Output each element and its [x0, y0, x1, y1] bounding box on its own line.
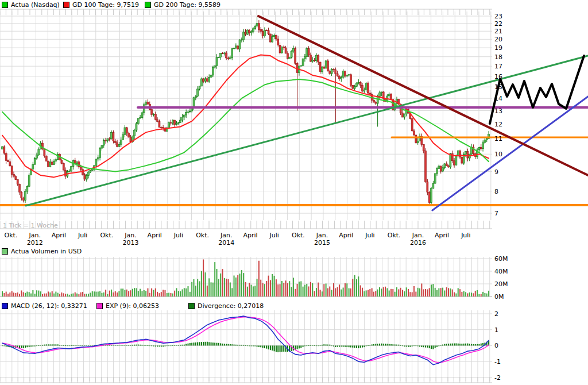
- price-axis-label: 15: [494, 83, 502, 91]
- price-axis-label: 18: [494, 53, 502, 61]
- time-axis-label: Juli: [461, 232, 470, 239]
- volume-axis-label: 60M: [494, 255, 508, 263]
- price-axis-label: 17: [494, 63, 502, 70]
- price-axis-label: 11: [494, 135, 502, 143]
- uptrend-line: [26, 56, 588, 206]
- macd-axis-label: 0: [494, 342, 498, 349]
- tick-note: 1 Tick = 1 Woche: [3, 222, 58, 229]
- time-axis-label: Jan.: [124, 232, 136, 239]
- time-axis-label: Okt.: [196, 232, 209, 239]
- time-axis-label: Juli: [78, 232, 87, 239]
- macd-signal-line: [2, 317, 489, 363]
- time-axis-year-label: 2012: [27, 239, 43, 247]
- price-axis-label: 13: [494, 107, 502, 115]
- macd-axis-label: 2: [494, 310, 498, 318]
- time-axis-year-label: 2016: [410, 239, 426, 247]
- volume-bars: [2, 259, 489, 297]
- time-axis-label: April: [435, 232, 449, 239]
- macd-axis-label: -1: [494, 358, 501, 365]
- chart-application: Actua (Nasdaq)GD 100 Tage: 9,7519GD 200 …: [0, 0, 588, 385]
- time-axis-label: Jan.: [412, 232, 424, 239]
- time-axis-label: Okt.: [100, 232, 113, 239]
- volume-axis-label: 20M: [494, 280, 508, 288]
- time-axis-label: Juli: [173, 232, 183, 239]
- stock-chart-canvas[interactable]: 232221201918171615141312111098760M40M20M…: [0, 0, 588, 385]
- time-axis-label: Juli: [365, 232, 374, 239]
- price-axis-label: 10: [494, 151, 502, 158]
- price-axis-label: 23: [494, 13, 502, 20]
- price-axis-label: 20: [494, 36, 502, 43]
- price-axis-label: 8: [494, 188, 498, 195]
- time-axis-label: Juli: [269, 232, 279, 239]
- price-axis-label: 16: [494, 73, 502, 80]
- price-axis-label: 21: [494, 28, 502, 35]
- time-axis-label: April: [148, 232, 162, 239]
- macd-axis-label: -2: [494, 374, 501, 382]
- price-axis-label: 19: [494, 44, 502, 52]
- time-axis-label: April: [52, 232, 66, 239]
- time-axis-label: Okt.: [388, 232, 401, 239]
- time-axis-label: Jan.: [316, 232, 328, 239]
- uptrend-line-2: [432, 97, 588, 210]
- time-axis-year-label: 2015: [314, 239, 330, 247]
- time-axis-year-label: 2013: [123, 239, 139, 247]
- macd-line: [2, 316, 489, 365]
- price-axis-label: 7: [494, 210, 498, 217]
- macd-axis-label: 1: [494, 326, 498, 334]
- time-axis-label: Jan.: [220, 232, 232, 239]
- time-axis-label: Okt.: [292, 232, 305, 239]
- time-axis-label: Okt.: [5, 232, 18, 239]
- time-axis-label: April: [339, 232, 353, 239]
- candlesticks: [2, 17, 490, 206]
- macd-lines: [2, 316, 489, 365]
- price-axis-label: 9: [494, 168, 498, 176]
- time-axis-label: Jan.: [28, 232, 40, 239]
- projection-zigzag: [490, 56, 584, 124]
- macd-histogram: [2, 341, 489, 352]
- grid-lines: [0, 11, 492, 381]
- price-axis-label: 22: [494, 20, 502, 28]
- time-axis-year-label: 2014: [218, 239, 234, 247]
- volume-axis-label: 40M: [494, 268, 508, 275]
- time-axis-label: April: [243, 232, 257, 239]
- price-axis-label: 12: [494, 121, 502, 128]
- price-axis-label: 14: [494, 95, 502, 102]
- volume-axis-label: 0M: [494, 293, 504, 301]
